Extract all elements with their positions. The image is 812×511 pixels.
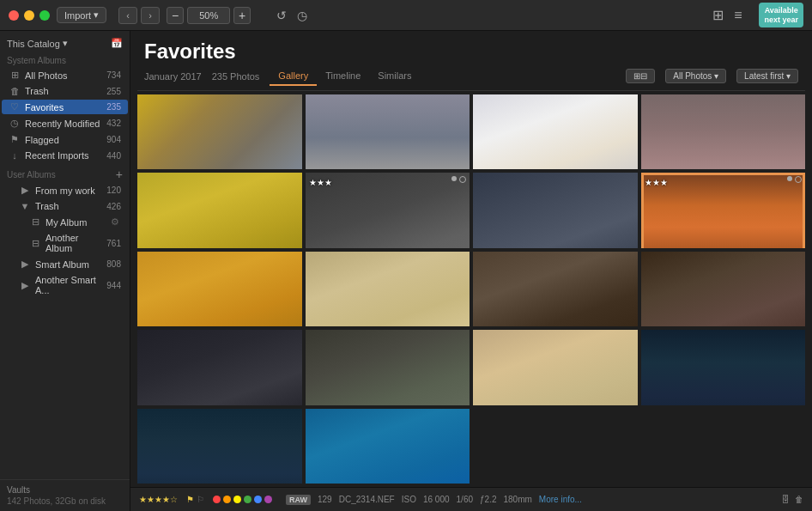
photo-cell[interactable] bbox=[137, 94, 302, 169]
photo-cell[interactable] bbox=[306, 94, 470, 169]
trash-icon: 🗑 bbox=[9, 86, 21, 96]
add-album-button[interactable]: + bbox=[116, 168, 123, 180]
favorites-icon: ♡ bbox=[9, 101, 21, 113]
tab-timeline[interactable]: Timeline bbox=[317, 67, 369, 86]
color-dot-red[interactable] bbox=[213, 496, 221, 503]
available-badge: Available next year bbox=[759, 3, 803, 28]
photo-cell[interactable] bbox=[137, 330, 302, 405]
photo-cell[interactable] bbox=[137, 409, 302, 484]
focal-length: 180mm bbox=[503, 495, 531, 504]
sort-button[interactable]: Latest first ▾ bbox=[736, 69, 798, 83]
photo-cell[interactable] bbox=[306, 330, 470, 405]
titlebar-icons: ↺ ◷ bbox=[275, 7, 309, 24]
color-dot-yellow[interactable] bbox=[233, 496, 241, 503]
sidebar-item-trash[interactable]: 🗑 Trash 255 bbox=[2, 84, 128, 98]
color-dot-orange[interactable] bbox=[223, 496, 231, 503]
zoom-input[interactable] bbox=[187, 7, 230, 24]
list-view-button[interactable]: ≡ bbox=[732, 6, 743, 25]
catalog-selector[interactable]: This Catalog ▾ bbox=[7, 38, 68, 49]
sidebar-item-count: 761 bbox=[106, 239, 121, 248]
photo-cell[interactable] bbox=[473, 94, 638, 169]
smart-album-icon: ▶ bbox=[19, 259, 31, 270]
sidebar-item-label: Another Album bbox=[45, 233, 102, 253]
grid-view-button[interactable]: ⊞ bbox=[711, 5, 725, 25]
star-rating: ★★★ bbox=[645, 178, 668, 187]
photo-cell[interactable]: ★★★ bbox=[641, 173, 806, 247]
iso-label: ISO bbox=[402, 495, 416, 504]
import-icon: ↓ bbox=[9, 150, 21, 161]
nav-arrows: ‹ › bbox=[118, 7, 160, 24]
maximize-button[interactable] bbox=[39, 10, 50, 21]
photo-cell[interactable] bbox=[473, 252, 638, 326]
tab-similars[interactable]: Similars bbox=[369, 67, 420, 86]
vaults-sub: 142 Photos, 32Gb on disk bbox=[7, 496, 123, 506]
chevron-down-icon: ▾ bbox=[63, 38, 68, 49]
import-button[interactable]: Import ▾ bbox=[57, 7, 106, 23]
sidebar-item-count: 120 bbox=[106, 186, 121, 195]
settings-icon[interactable]: ⚙ bbox=[109, 216, 121, 228]
photo-cell[interactable] bbox=[641, 94, 806, 169]
sidebar-item-recent-imports[interactable]: ↓ Recent Imports 440 bbox=[2, 149, 128, 162]
zoom-plus-button[interactable]: + bbox=[233, 7, 251, 24]
photo-cell[interactable] bbox=[137, 252, 302, 326]
status-stars: ★★★★☆ bbox=[139, 495, 178, 504]
marker bbox=[787, 176, 792, 181]
sidebar-item-all-photos[interactable]: ⊞ All Photos 734 bbox=[2, 68, 128, 82]
chevron-down-icon: ▾ bbox=[94, 9, 99, 21]
tab-gallery[interactable]: Gallery bbox=[270, 67, 317, 86]
titlebar: Import ▾ ‹ › − + ↺ ◷ ⊞ ≡ Available next … bbox=[0, 0, 812, 31]
photo-cell[interactable] bbox=[473, 330, 638, 405]
sidebar-item-another-smart[interactable]: ▶ Another Smart A... 944 bbox=[2, 273, 128, 297]
flag-empty-icon: ⚐ bbox=[197, 495, 204, 504]
sidebar-item-another-album[interactable]: ⊟ Another Album 761 bbox=[2, 231, 128, 255]
photo-cell[interactable] bbox=[306, 252, 470, 326]
marker bbox=[451, 176, 457, 181]
view-mode-button[interactable]: ⊞⊟ bbox=[626, 69, 655, 83]
clock-icon: ◷ bbox=[9, 118, 21, 129]
sidebar-item-count: 734 bbox=[106, 70, 121, 80]
color-dot-blue[interactable] bbox=[254, 496, 262, 503]
zoom-minus-button[interactable]: − bbox=[167, 7, 184, 24]
calendar-icon[interactable]: 📅 bbox=[111, 38, 123, 49]
content-area: Favorites January 2017 235 Photos Galler… bbox=[130, 31, 812, 511]
more-info-link[interactable]: More info... bbox=[539, 495, 582, 504]
sidebar-item-favorites[interactable]: ♡ Favorites 235 bbox=[2, 100, 128, 114]
photo-cell[interactable] bbox=[137, 173, 302, 247]
sidebar-item-recently-modified[interactable]: ◷ Recently Modified 432 bbox=[2, 116, 128, 131]
sidebar-item-flagged[interactable]: ⚑ Flagged 904 bbox=[2, 132, 128, 147]
catalog-header: This Catalog ▾ 📅 bbox=[0, 31, 130, 52]
status-right: 🗄 🗑 bbox=[781, 495, 803, 504]
raw-badge: RAW bbox=[286, 495, 311, 505]
sidebar-item-label: Trash bbox=[25, 86, 102, 96]
sidebar-item-count: 432 bbox=[106, 119, 121, 128]
photo-cell[interactable]: ★★★ bbox=[306, 173, 470, 247]
all-photos-filter[interactable]: All Photos ▾ bbox=[665, 69, 726, 83]
close-button[interactable] bbox=[9, 10, 19, 21]
sidebar-item-label: Recent Imports bbox=[25, 150, 102, 161]
sidebar-item-trash2[interactable]: ▼ Trash 426 bbox=[2, 199, 128, 213]
minimize-button[interactable] bbox=[24, 10, 34, 21]
photo-cell[interactable] bbox=[641, 252, 806, 326]
nav-forward-button[interactable]: › bbox=[141, 7, 160, 24]
expand-icon: ▼ bbox=[19, 201, 31, 211]
redo-button[interactable]: ◷ bbox=[295, 7, 309, 24]
status-flags: ⚑ ⚐ bbox=[186, 495, 204, 504]
sidebar-item-label: Flagged bbox=[25, 135, 102, 145]
photo-cell[interactable] bbox=[473, 173, 638, 247]
sidebar-item-my-album[interactable]: ⊟ My Album ⚙ bbox=[2, 215, 128, 229]
undo-button[interactable]: ↺ bbox=[275, 7, 288, 24]
color-dot-green[interactable] bbox=[244, 496, 251, 503]
meta-date: January 2017 bbox=[144, 71, 202, 82]
sidebar-item-label: From my work bbox=[35, 186, 102, 196]
sidebar-item-smart-album[interactable]: ▶ Smart Album 808 bbox=[2, 257, 128, 271]
color-dot-purple[interactable] bbox=[264, 496, 272, 503]
meta-count: 235 Photos bbox=[212, 71, 260, 82]
photo-cell[interactable] bbox=[641, 330, 806, 405]
sidebar-item-label: My Album bbox=[45, 217, 105, 228]
sidebar-item-from-my-work[interactable]: ▶ From my work 120 bbox=[2, 183, 128, 198]
nav-back-button[interactable]: ‹ bbox=[118, 7, 137, 24]
content-header: Favorites January 2017 235 Photos Galler… bbox=[130, 31, 812, 90]
photo-cell[interactable] bbox=[306, 409, 470, 484]
traffic-lights bbox=[9, 10, 50, 21]
sidebar-item-label: Favorites bbox=[25, 102, 102, 113]
